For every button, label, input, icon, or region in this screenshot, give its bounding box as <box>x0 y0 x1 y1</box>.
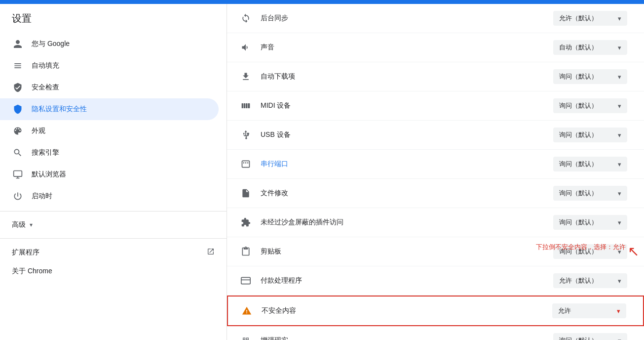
sidebar-item-google-label: 您与 Google <box>32 40 70 48</box>
sidebar-item-browser[interactable]: 默认浏览器 <box>0 164 219 185</box>
shield-icon <box>12 82 24 93</box>
sidebar: 设置 您与 Google 自动填充 安全检查 隐私设置和安全性 <box>0 4 227 340</box>
dropdown-arrow-serial: ▾ <box>618 161 621 168</box>
settings-item-ar: 增强现实 询问（默认） ▾ <box>227 326 644 340</box>
sidebar-about-label: 关于 Chrome <box>12 267 52 275</box>
sidebar-extensions-label: 扩展程序 <box>12 248 39 257</box>
sound-control: 自动（默认） ▾ <box>553 40 632 55</box>
settings-item-sound: 声音 自动（默认） ▾ <box>227 33 644 62</box>
settings-item-serial: 串行端口 询问（默认） ▾ <box>227 150 644 179</box>
sidebar-item-privacy-label: 隐私设置和安全性 <box>32 105 87 114</box>
file-edit-dropdown[interactable]: 询问（默认） ▾ <box>553 186 627 201</box>
sidebar-title: 设置 <box>0 8 227 33</box>
ar-icon <box>239 334 253 340</box>
payment-control: 允许（默认） ▾ <box>553 273 632 288</box>
background-sync-dropdown[interactable]: 允许（默认） ▾ <box>553 11 627 26</box>
content-area: 后台同步 允许（默认） ▾ 声音 <box>227 4 644 340</box>
plugin-value: 询问（默认） <box>559 218 598 227</box>
settings-item-file-edit: 文件修改 询问（默认） ▾ <box>227 179 644 208</box>
sidebar-extensions[interactable]: 扩展程序 <box>0 243 227 262</box>
sound-icon <box>239 41 253 54</box>
ar-dropdown[interactable]: 询问（默认） ▾ <box>553 333 627 340</box>
dropdown-arrow-usb: ▾ <box>618 131 621 139</box>
search-icon <box>12 147 24 159</box>
file-icon <box>239 186 253 200</box>
serial-value: 询问（默认） <box>559 160 598 169</box>
sidebar-advanced-label: 高级 <box>12 220 26 229</box>
power-icon <box>12 190 24 202</box>
midi-control: 询问（默认） ▾ <box>553 98 632 113</box>
usb-value: 询问（默认） <box>559 130 598 139</box>
content-wrapper: 后台同步 允许（默认） ▾ 声音 <box>227 4 644 340</box>
auto-download-label: 自动下载项 <box>261 72 553 81</box>
svg-rect-6 <box>248 103 250 108</box>
file-edit-value: 询问（默认） <box>559 189 598 198</box>
download-icon <box>239 70 253 84</box>
dropdown-arrow-file: ▾ <box>618 190 621 197</box>
payment-label: 付款处理程序 <box>261 276 553 285</box>
dropdown-arrow-sound: ▾ <box>618 44 621 51</box>
sidebar-item-autofill[interactable]: 自动填充 <box>0 55 219 77</box>
dropdown-arrow-download: ▾ <box>618 73 621 81</box>
background-sync-label: 后台同步 <box>261 14 553 23</box>
payment-dropdown[interactable]: 允许（默认） ▾ <box>553 273 627 288</box>
sidebar-item-safety[interactable]: 安全检查 <box>0 77 219 98</box>
background-sync-value: 允许（默认） <box>559 14 598 23</box>
annotation-arrow-icon: ↙ <box>628 244 639 260</box>
svg-rect-5 <box>246 103 247 108</box>
file-edit-label: 文件修改 <box>261 189 553 198</box>
file-edit-control: 询问（默认） ▾ <box>553 186 632 201</box>
sidebar-about[interactable]: 关于 Chrome <box>0 262 227 281</box>
sound-dropdown[interactable]: 自动（默认） ▾ <box>553 40 627 55</box>
clipboard-label: 剪贴板 <box>261 247 553 256</box>
sidebar-item-startup-label: 启动时 <box>32 192 52 201</box>
sidebar-item-appearance[interactable]: 外观 <box>0 120 219 142</box>
payment-value: 允许（默认） <box>559 276 598 285</box>
dropdown-arrow-plugin: ▾ <box>618 219 621 226</box>
midi-dropdown[interactable]: 询问（默认） ▾ <box>553 98 627 113</box>
usb-dropdown[interactable]: 询问（默认） ▾ <box>553 128 627 142</box>
sidebar-item-autofill-label: 自动填充 <box>32 61 59 70</box>
dropdown-arrow: ▾ <box>618 15 621 22</box>
settings-item-plugin: 未经过沙盒屏蔽的插件访问 询问（默认） ▾ <box>227 208 644 237</box>
auto-download-dropdown[interactable]: 询问（默认） ▾ <box>553 69 627 84</box>
insecure-content-value: 允许 <box>558 306 571 315</box>
usb-label: USB 设备 <box>261 130 553 139</box>
settings-item-usb: USB 设备 询问（默认） ▾ <box>227 121 644 150</box>
settings-item-auto-download: 自动下载项 询问（默认） ▾ <box>227 62 644 91</box>
serial-dropdown[interactable]: 询问（默认） ▾ <box>553 157 627 171</box>
sidebar-divider <box>0 211 227 212</box>
plugin-label: 未经过沙盒屏蔽的插件访问 <box>261 218 553 227</box>
annotation-text: 下拉倒不安全内容，选择：允许 <box>536 242 626 252</box>
clipboard-icon <box>239 245 253 258</box>
privacy-icon <box>12 103 24 115</box>
midi-value: 询问（默认） <box>559 101 598 110</box>
serial-control: 询问（默认） ▾ <box>553 157 632 171</box>
plugin-dropdown[interactable]: 询问（默认） ▾ <box>553 215 627 230</box>
settings-item-insecure-content: 不安全内容 允许 ▾ <box>227 296 644 326</box>
sidebar-item-appearance-label: 外观 <box>32 127 45 135</box>
insecure-content-control: 允许 ▾ <box>552 303 631 318</box>
ar-label: 增强现实 <box>261 336 553 340</box>
sidebar-advanced[interactable]: 高级 ▾ <box>0 215 227 234</box>
sidebar-item-google[interactable]: 您与 Google <box>0 33 219 55</box>
usb-icon <box>239 128 253 142</box>
sound-value: 自动（默认） <box>559 43 598 52</box>
plugin-icon <box>239 215 253 229</box>
sidebar-item-privacy[interactable]: 隐私设置和安全性 <box>0 98 219 120</box>
serial-icon <box>239 157 253 171</box>
sidebar-item-search[interactable]: 搜索引擎 <box>0 142 219 164</box>
insecure-content-dropdown[interactable]: 允许 ▾ <box>552 303 626 318</box>
sidebar-item-startup[interactable]: 启动时 <box>0 185 219 207</box>
settings-item-background-sync: 后台同步 允许（默认） ▾ <box>227 4 644 33</box>
chevron-down-icon: ▾ <box>30 221 33 228</box>
svg-rect-3 <box>242 103 243 108</box>
insecure-content-label: 不安全内容 <box>262 306 552 315</box>
serial-label: 串行端口 <box>261 160 553 169</box>
sidebar-item-browser-label: 默认浏览器 <box>32 170 66 179</box>
dropdown-arrow-midi: ▾ <box>618 102 621 110</box>
sync-icon <box>239 11 253 25</box>
external-link-icon <box>207 248 215 257</box>
midi-icon <box>239 99 253 113</box>
main-layout: 设置 您与 Google 自动填充 安全检查 隐私设置和安全性 <box>0 4 644 340</box>
